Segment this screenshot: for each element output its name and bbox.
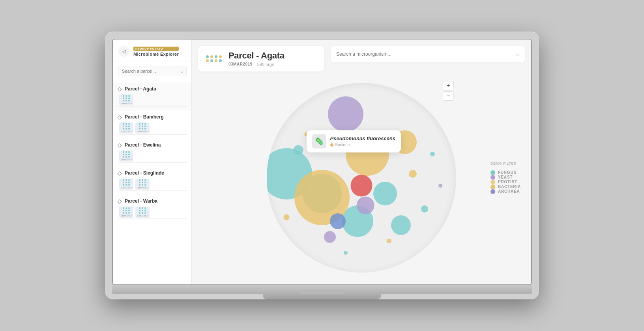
thumb-dot	[123, 154, 124, 155]
icon-dot-6	[210, 59, 213, 62]
thumb-dot	[128, 128, 130, 130]
app-container: ◁ HYDROP POTATO Microbiome Explorer ⌕ ◇	[113, 39, 531, 284]
legend-color-dot	[490, 189, 495, 194]
organism-search-input[interactable]	[336, 51, 516, 57]
thumb-dot	[128, 100, 130, 102]
thumbnail-dots	[139, 123, 146, 130]
icon-dot-5	[206, 59, 209, 62]
zoom-out-button[interactable]: −	[443, 91, 454, 101]
bubble-19[interactable]	[438, 184, 442, 188]
sidebar-header: ◁ HYDROP POTATO Microbiome Explorer	[113, 39, 191, 62]
back-icon: ◁	[122, 49, 126, 54]
thumb-dot	[128, 179, 130, 181]
parcel-list-item[interactable]: ◇Parcel - Agata03MAR2019	[113, 83, 191, 111]
legend-item-fungus[interactable]: FUNGUS	[490, 170, 521, 175]
top-bar: Parcel - Agata 03MAR2019 590 orgs ⌕	[198, 46, 525, 71]
thumbnail-dots	[123, 95, 130, 102]
parcel-list-item[interactable]: ◇Parcel - Bamberg10DEC201903MAR2019	[113, 111, 191, 139]
legend-label-text: ARCHAEA	[498, 189, 520, 194]
bubble-10[interactable]	[324, 231, 336, 243]
legend-item-yeast[interactable]: YEAST	[490, 175, 521, 180]
thumb-dot	[125, 126, 127, 127]
back-button[interactable]: ◁	[118, 46, 129, 57]
thumbnail-dots	[139, 179, 146, 186]
thumbnail-card[interactable]: 03MAR2019	[119, 150, 133, 162]
bubble-16[interactable]	[284, 214, 290, 220]
thumbnail-card[interactable]: 10DEC2019	[119, 122, 133, 134]
bubble-12[interactable]	[330, 213, 346, 229]
laptop-stand	[263, 294, 381, 299]
parcel-title: Parcel - Agata	[228, 51, 285, 61]
thumbnail-card[interactable]: 10DEC2019	[135, 207, 150, 218]
legend-color-dot	[490, 184, 495, 189]
parcel-name-label: Parcel - Bamberg	[125, 114, 164, 120]
thumb-dot	[125, 128, 127, 130]
parcel-search-input[interactable]	[118, 66, 187, 76]
thumbnail-dots	[123, 179, 130, 186]
bubble-4[interactable]	[391, 215, 411, 235]
bubble-circle-background	[267, 83, 456, 273]
thumbnail-card[interactable]: 03MAR2019	[135, 179, 150, 190]
legend-label-text: FUNGUS	[498, 170, 517, 175]
bubble-14[interactable]	[409, 170, 417, 178]
thumb-dot	[128, 182, 130, 183]
thumb-dot	[125, 151, 127, 153]
thumbnail-label: 10DEC2019	[121, 130, 131, 133]
parcel-list-item[interactable]: ◇Parcel - Sieglinde10DEC201903MAR2019	[113, 167, 191, 195]
thumb-dot	[139, 207, 140, 209]
thumb-dot	[123, 179, 124, 181]
thumbnail-card[interactable]: 10DEC2019	[119, 179, 133, 190]
thumb-dot	[142, 182, 143, 183]
icon-dot-7	[215, 59, 217, 62]
thumbnail-card[interactable]: 03MAR2019	[135, 122, 150, 134]
thumb-dot	[125, 154, 127, 155]
thumb-dot	[123, 98, 124, 99]
thumbnail-dots	[123, 123, 130, 130]
bubble-chart[interactable]: 🦠 Pseudomonas fluorescens Bacteria	[267, 83, 456, 273]
thumb-dot	[123, 210, 124, 211]
legend-item-archaea[interactable]: ARCHAEA	[490, 189, 521, 194]
thumb-dot	[123, 123, 124, 125]
thumbnail-card[interactable]: 03MAR2019	[119, 207, 133, 218]
bubble-9[interactable]	[357, 196, 374, 214]
thumbnail-card[interactable]: 03MAR2019	[119, 94, 133, 105]
thumb-dot	[128, 212, 130, 214]
icon-dot-8	[219, 59, 222, 62]
bubble-8[interactable]	[328, 96, 363, 132]
parcel-list-item[interactable]: ◇Parcel - Ewelina03MAR2019	[113, 139, 191, 167]
bubble-3[interactable]	[373, 182, 397, 205]
thumbnail-label: 03MAR2019	[121, 158, 132, 161]
bubble-17[interactable]	[430, 152, 435, 156]
legend-item-bacteria[interactable]: BACTERIA	[490, 184, 521, 189]
parcel-name-row: ◇Parcel - Ewelina	[118, 142, 187, 148]
legend-color-dot	[490, 170, 495, 175]
thumbnail-label: 10DEC2019	[121, 186, 131, 189]
parcel-orgs: 590 orgs	[257, 62, 274, 67]
parcel-header-info: Parcel - Agata 03MAR2019 590 orgs	[228, 51, 285, 67]
bubble-11[interactable]	[351, 175, 373, 196]
thumb-dot	[142, 128, 143, 130]
bubble-18[interactable]	[387, 239, 391, 243]
legend-color-dot	[490, 175, 495, 180]
bubble-13[interactable]	[293, 145, 303, 155]
parcel-name-row: ◇Parcel - Bamberg	[118, 114, 187, 120]
legend-item-protist[interactable]: PROTIST	[490, 180, 521, 184]
bubble-21[interactable]	[344, 251, 348, 255]
thumb-dot	[123, 156, 124, 158]
parcel-list-item[interactable]: ◇Parcel - Warba03MAR201910DEC2019	[113, 195, 191, 223]
sidebar: ◁ HYDROP POTATO Microbiome Explorer ⌕ ◇	[113, 39, 192, 284]
thumb-dot	[125, 184, 127, 186]
sidebar-brand: HYDROP POTATO Microbiome Explorer	[133, 47, 179, 56]
icon-dot-1	[206, 55, 209, 58]
legend-label-text: PROTIST	[498, 180, 517, 184]
parcel-thumbnails: 03MAR2019	[118, 94, 187, 105]
thumb-dot	[144, 210, 146, 211]
thumb-dot	[142, 212, 143, 214]
bubble-15[interactable]	[421, 205, 428, 213]
parcel-name-label: Parcel - Sieglinde	[125, 170, 164, 176]
parcel-name-row: ◇Parcel - Agata	[118, 86, 187, 92]
thumb-dot	[139, 182, 140, 183]
zoom-in-button[interactable]: +	[443, 81, 454, 90]
thumb-dot	[139, 212, 140, 214]
thumb-dot	[125, 210, 127, 211]
